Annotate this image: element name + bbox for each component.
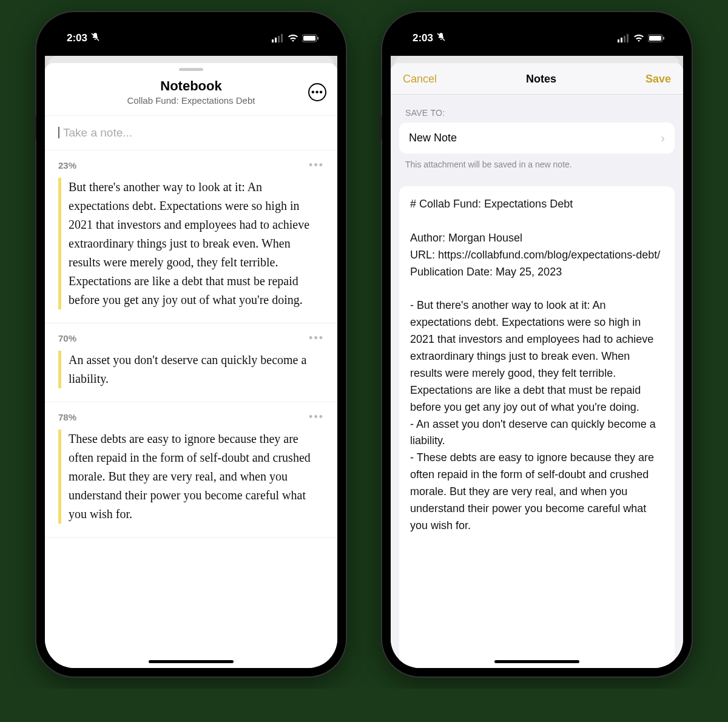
note-input-area[interactable]: Take a note... (45, 116, 337, 150)
svg-rect-3 (278, 36, 280, 42)
wifi-icon (633, 34, 644, 42)
save-hint: This attachment will be saved in a new n… (391, 154, 683, 169)
notebook-subtitle: Collab Fund: Expectations Debt (56, 95, 326, 106)
home-indicator[interactable] (149, 660, 234, 663)
svg-rect-6 (303, 36, 315, 41)
notes-nav: Cancel Notes Save (391, 63, 683, 95)
notes-title: Notes (526, 73, 556, 86)
note-content[interactable]: # Collab Fund: Expectations Debt Author:… (399, 186, 675, 668)
phone-left: 2:03 Note (36, 12, 346, 676)
highlight-menu-button[interactable]: ••• (309, 159, 324, 172)
notebook-title: Notebook (56, 78, 326, 94)
battery-icon (302, 34, 319, 42)
svg-rect-4 (281, 34, 283, 42)
highlight-menu-button[interactable]: ••• (309, 411, 324, 423)
silent-icon (436, 32, 447, 46)
svg-rect-10 (621, 38, 622, 42)
screen-right: 2:03 Cancel (391, 21, 683, 668)
highlight-item[interactable]: 23% ••• But there's another way to look … (45, 150, 337, 323)
highlight-text: These debts are easy to ignore because t… (58, 430, 324, 524)
notch (152, 22, 231, 44)
cancel-button[interactable]: Cancel (403, 73, 437, 86)
save-to-label: SAVE TO: (391, 95, 683, 123)
highlight-menu-button[interactable]: ••• (309, 332, 324, 345)
svg-rect-2 (275, 38, 277, 42)
highlight-item[interactable]: 78% ••• These debts are easy to ignore b… (45, 402, 337, 538)
svg-rect-12 (627, 34, 629, 42)
note-input-placeholder: Take a note... (58, 127, 132, 138)
highlight-percent: 70% (58, 333, 76, 343)
more-button[interactable]: ••• (308, 83, 326, 101)
save-button[interactable]: Save (645, 73, 671, 86)
highlight-item[interactable]: 70% ••• An asset you don't deserve can q… (45, 323, 337, 402)
highlight-percent: 78% (58, 412, 76, 422)
chevron-right-icon: › (661, 131, 665, 145)
signal-icon (618, 34, 630, 42)
notebook-sheet: Notebook Collab Fund: Expectations Debt … (45, 63, 337, 668)
svg-rect-14 (649, 36, 661, 41)
notes-sheet: Cancel Notes Save SAVE TO: New Note › Th… (391, 63, 683, 668)
signal-icon (272, 34, 284, 42)
screen-left: 2:03 Note (45, 21, 337, 668)
notebook-header: Notebook Collab Fund: Expectations Debt … (45, 71, 337, 116)
save-to-row[interactable]: New Note › (399, 123, 675, 154)
svg-rect-11 (624, 36, 625, 42)
highlight-text: But there's another way to look at it: A… (58, 178, 324, 309)
phone-right: 2:03 Cancel (382, 12, 692, 676)
save-to-value: New Note (409, 132, 457, 144)
svg-rect-7 (317, 37, 318, 40)
silent-icon (90, 32, 101, 46)
battery-icon (648, 34, 665, 42)
highlight-text: An asset you don't deserve can quickly b… (58, 351, 324, 388)
svg-rect-9 (618, 39, 619, 42)
svg-rect-1 (272, 39, 274, 42)
ellipsis-icon: ••• (311, 87, 323, 97)
highlight-percent: 23% (58, 160, 76, 170)
home-indicator[interactable] (494, 660, 579, 663)
status-time: 2:03 (413, 32, 433, 44)
status-time: 2:03 (67, 32, 87, 44)
svg-rect-15 (663, 37, 664, 40)
notch (497, 22, 576, 44)
wifi-icon (288, 34, 298, 42)
